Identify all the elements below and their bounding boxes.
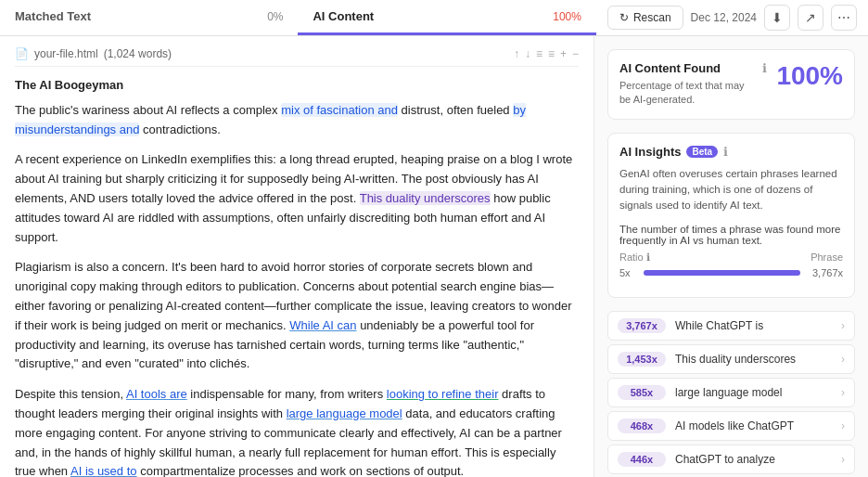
- word-count: (1,024 words): [104, 47, 172, 60]
- insights-description: GenAI often overuses certain phrases lea…: [619, 166, 843, 214]
- phrase-badge: 1,453x: [618, 352, 666, 367]
- phrase-text: large language model: [675, 386, 841, 399]
- para-4: Despite this tension, AI tools are indis…: [15, 385, 579, 477]
- info-icon-ratio[interactable]: ℹ: [646, 251, 650, 264]
- sort-up-icon[interactable]: ↑: [514, 47, 519, 60]
- minus-icon[interactable]: −: [572, 47, 579, 60]
- highlight-for-anyone: For anyone striving to: [145, 426, 261, 440]
- text-block-1: The AI Boogeyman The public's wariness a…: [15, 76, 579, 139]
- text-block-2: A recent experience on LinkedIn exemplif…: [15, 150, 579, 247]
- phrase-text: AI models like ChatGPT: [675, 419, 841, 432]
- ratio-bar-row: 5x 3,767x: [619, 267, 843, 278]
- header-actions: ↻ Rescan Dec 12, 2024 ⬇ ↗ ⋯: [596, 5, 868, 31]
- align-left-icon[interactable]: ≡: [536, 47, 542, 60]
- highlight-while-ai: While AI can: [289, 318, 356, 332]
- rescan-label: Rescan: [633, 11, 671, 24]
- tab-matched-label: Matched Text: [15, 9, 91, 23]
- phrase-badge: 3,767x: [618, 318, 666, 333]
- file-name: your-file.html: [34, 47, 98, 60]
- phrase-column-label: Phrase: [811, 251, 843, 264]
- add-icon[interactable]: +: [560, 47, 567, 60]
- ai-percent-badge: 100%: [776, 61, 843, 91]
- text-content: The AI Boogeyman The public's wariness a…: [15, 76, 579, 477]
- text-block-4: Despite this tension, AI tools are indis…: [15, 385, 579, 477]
- tab-matched[interactable]: Matched Text 0%: [0, 0, 298, 35]
- phrase-text: This duality underscores: [675, 353, 841, 366]
- text-block-3: Plagiarism is also a concern. It's been …: [15, 258, 579, 374]
- file-icon: 📄: [15, 47, 29, 60]
- phrase-badge: 446x: [618, 452, 666, 467]
- tab-matched-percent: 0%: [267, 10, 283, 23]
- phrase-row[interactable]: 468xAI models like ChatGPT›: [607, 411, 855, 441]
- ai-found-card: AI Content Found Percentage of text that…: [607, 49, 855, 120]
- ratio-header: Ratio ℹ Phrase: [619, 251, 843, 264]
- heading-1: The AI Boogeyman: [15, 78, 123, 92]
- share-button[interactable]: ↗: [798, 5, 823, 31]
- insights-title: AI Insights: [619, 145, 681, 159]
- phrase-row[interactable]: 585xlarge language model›: [607, 378, 855, 407]
- ai-found-title: AI Content Found: [619, 61, 753, 75]
- para-2: A recent experience on LinkedIn exemplif…: [15, 150, 579, 247]
- download-button[interactable]: ⬇: [764, 5, 790, 31]
- phrase-row[interactable]: 1,453xThis duality underscores›: [607, 344, 855, 374]
- highlight-ai-tools: AI tools are: [126, 387, 187, 401]
- tab-ai-percent: 100%: [553, 10, 581, 23]
- main-content: 📄 your-file.html (1,024 words) ↑ ↓ ≡ ≡ +…: [0, 36, 868, 477]
- highlight-ai-used: AI is used to: [70, 464, 137, 477]
- right-panel: AI Content Found Percentage of text that…: [594, 36, 868, 477]
- ratio-bar-container: [644, 270, 800, 276]
- ratio-label: Ratio ℹ: [619, 251, 650, 264]
- highlight-looking: looking to refine their: [387, 387, 499, 401]
- rescan-icon: ↻: [619, 11, 629, 24]
- phrase-chevron-icon: ›: [841, 453, 845, 466]
- rescan-button[interactable]: ↻ Rescan: [607, 6, 683, 30]
- app-container: Matched Text 0% AI Content 100% ↻ Rescan…: [0, 0, 868, 477]
- header-tabs: Matched Text 0% AI Content 100%: [0, 0, 596, 35]
- phrase-chevron-icon: ›: [841, 319, 845, 332]
- tab-ai-label: AI Content: [313, 9, 374, 23]
- highlight-mix: mix of fascination and: [281, 103, 398, 117]
- phrase-text: ChatGPT to analyze: [675, 453, 841, 466]
- ai-found-description: Percentage of text that may be AI-genera…: [619, 79, 753, 108]
- file-info: 📄 your-file.html (1,024 words) ↑ ↓ ≡ ≡ +…: [15, 47, 579, 67]
- insights-section: AI Insights Beta ℹ GenAI often overuses …: [607, 133, 855, 298]
- phrase-row[interactable]: 3,767xWhile ChatGPT is›: [607, 311, 855, 341]
- phrase-badge: 468x: [618, 419, 666, 433]
- toolbar-icons: ↑ ↓ ≡ ≡ + −: [514, 47, 579, 60]
- ai-found-text: AI Content Found Percentage of text that…: [619, 61, 753, 108]
- para-3: Plagiarism is also a concern. It's been …: [15, 258, 579, 374]
- beta-badge: Beta: [686, 146, 718, 158]
- phrase-badge: 585x: [618, 385, 666, 400]
- highlight-misunderstandings: by misunderstandings and: [15, 103, 526, 136]
- left-panel: 📄 your-file.html (1,024 words) ↑ ↓ ≡ ≡ +…: [0, 36, 594, 477]
- tab-ai[interactable]: AI Content 100%: [298, 0, 595, 35]
- ratio-left-value: 5x: [619, 267, 638, 278]
- phrase-chevron-icon: ›: [841, 419, 845, 432]
- para-1: The public's wariness about AI reflects …: [15, 101, 579, 140]
- more-button[interactable]: ⋯: [831, 5, 857, 31]
- phrase-chevron-icon: ›: [841, 386, 845, 399]
- align-right-icon[interactable]: ≡: [548, 47, 555, 60]
- phrase-chevron-icon: ›: [841, 353, 845, 366]
- header: Matched Text 0% AI Content 100% ↻ Rescan…: [0, 0, 868, 36]
- info-icon-insights[interactable]: ℹ: [723, 145, 728, 159]
- phrase-list: 3,767xWhile ChatGPT is›1,453xThis dualit…: [607, 311, 855, 477]
- phrase-row[interactable]: 446xChatGPT to analyze›: [607, 445, 855, 474]
- date-label: Dec 12, 2024: [691, 11, 757, 24]
- highlight-this-duality: This duality underscores: [360, 191, 491, 205]
- ratio-right-value: 3,767x: [806, 267, 843, 278]
- sort-down-icon[interactable]: ↓: [525, 47, 530, 60]
- ratio-bar-fill: [644, 270, 800, 276]
- info-icon-found[interactable]: ℹ: [762, 61, 767, 75]
- highlight-large-language: large language model: [287, 406, 402, 420]
- insights-subtitle: The number of times a phrase was found m…: [619, 224, 843, 246]
- phrase-text: While ChatGPT is: [675, 319, 841, 332]
- insights-header: AI Insights Beta ℹ: [619, 145, 843, 159]
